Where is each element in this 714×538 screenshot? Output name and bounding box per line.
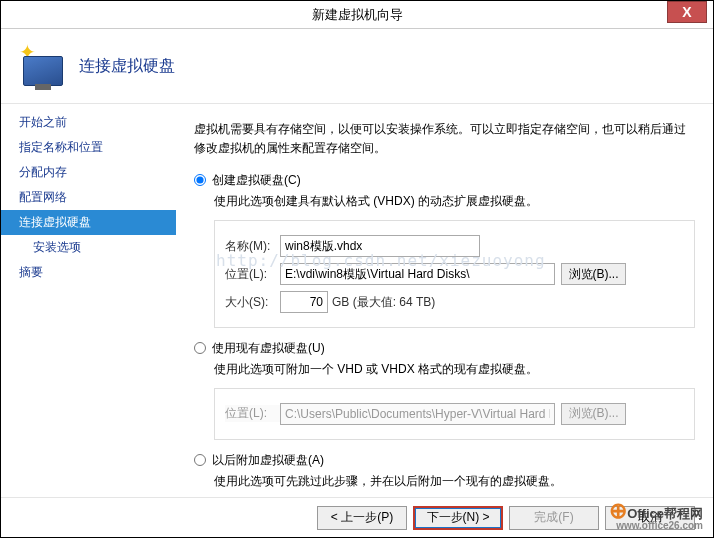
close-button[interactable]: X	[667, 1, 707, 23]
opt-existing-label: 使用现有虚拟硬盘(U)	[212, 340, 325, 357]
existing-location-label: 位置(L):	[225, 405, 280, 422]
nav-specify-name[interactable]: 指定名称和位置	[1, 135, 176, 160]
nav-install-options[interactable]: 安装选项	[1, 235, 176, 260]
existing-location-input	[280, 403, 555, 425]
wizard-header: ✦ 连接虚拟硬盘	[1, 29, 713, 104]
size-unit-text: GB (最大值: 64 TB)	[332, 294, 435, 311]
size-label: 大小(S):	[225, 294, 280, 311]
opt-create-desc: 使用此选项创建具有默认格式 (VHDX) 的动态扩展虚拟硬盘。	[214, 193, 695, 210]
opt-existing-desc: 使用此选项可附加一个 VHD 或 VHDX 格式的现有虚拟硬盘。	[214, 361, 695, 378]
prev-button[interactable]: < 上一步(P)	[317, 506, 407, 530]
size-input[interactable]	[280, 291, 328, 313]
window-title: 新建虚拟机向导	[1, 6, 713, 24]
monitor-icon	[23, 56, 63, 86]
name-label: 名称(M):	[225, 238, 280, 255]
intro-text: 虚拟机需要具有存储空间，以便可以安装操作系统。可以立即指定存储空间，也可以稍后通…	[194, 120, 695, 158]
location-input[interactable]	[280, 263, 555, 285]
nav-summary[interactable]: 摘要	[1, 260, 176, 285]
nav-connect-vhd[interactable]: 连接虚拟硬盘	[1, 210, 176, 235]
radio-create-vhd[interactable]	[194, 174, 206, 186]
opt-later-desc: 使用此选项可先跳过此步骤，并在以后附加一个现有的虚拟硬盘。	[214, 473, 695, 490]
existing-vhd-fields: 位置(L): 浏览(B)...	[214, 388, 695, 440]
cancel-button[interactable]: 取消	[605, 506, 695, 530]
create-vhd-fields: 名称(M): 位置(L): 浏览(B)... 大小(S): GB (最大值: 6…	[214, 220, 695, 328]
name-input[interactable]	[280, 235, 480, 257]
browse-button[interactable]: 浏览(B)...	[561, 263, 626, 285]
page-title: 连接虚拟硬盘	[79, 56, 175, 77]
wizard-icon: ✦	[19, 42, 67, 90]
radio-attach-later[interactable]	[194, 454, 206, 466]
nav-configure-network[interactable]: 配置网络	[1, 185, 176, 210]
finish-button: 完成(F)	[509, 506, 599, 530]
nav-assign-memory[interactable]: 分配内存	[1, 160, 176, 185]
nav-before-begin[interactable]: 开始之前	[1, 110, 176, 135]
sidebar: 开始之前 指定名称和位置 分配内存 配置网络 连接虚拟硬盘 安装选项 摘要	[1, 104, 176, 504]
titlebar: 新建虚拟机向导 X	[1, 1, 713, 29]
location-label: 位置(L):	[225, 266, 280, 283]
existing-browse-button: 浏览(B)...	[561, 403, 626, 425]
opt-later-label: 以后附加虚拟硬盘(A)	[212, 452, 324, 469]
radio-use-existing[interactable]	[194, 342, 206, 354]
opt-create-label: 创建虚拟硬盘(C)	[212, 172, 301, 189]
next-button[interactable]: 下一步(N) >	[413, 506, 503, 530]
wizard-footer: < 上一步(P) 下一步(N) > 完成(F) 取消	[1, 497, 713, 537]
content-pane: 虚拟机需要具有存储空间，以便可以安装操作系统。可以立即指定存储空间，也可以稍后通…	[176, 104, 713, 504]
